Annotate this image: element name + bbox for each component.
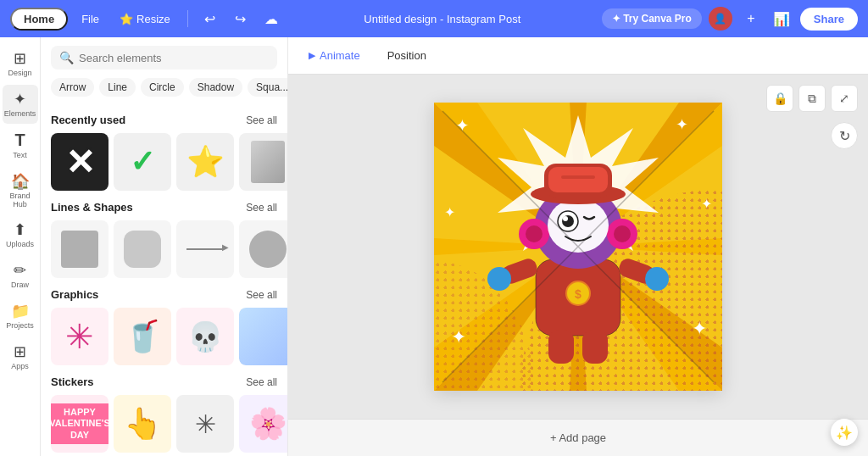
canvas-refresh-button[interactable]: ↻ <box>831 122 858 149</box>
shape-square2[interactable] <box>114 220 171 278</box>
separator <box>187 10 188 27</box>
draw-icon: ✏ <box>14 261 26 280</box>
undo-button[interactable]: ↩ <box>198 7 222 31</box>
topbar: Home File ⭐ Resize ↩ ↪ ☁ Untitled design… <box>0 0 868 37</box>
sidebar-item-design-label: Design <box>8 70 31 78</box>
tag-squa[interactable]: Squa... <box>248 78 287 97</box>
svg-point-26 <box>563 216 568 221</box>
recently-used-item-check[interactable]: ✓ <box>114 133 171 191</box>
line-shape <box>186 248 224 250</box>
tag-arrow[interactable]: Arrow <box>51 78 94 97</box>
animate-play-icon: ▶ <box>309 50 315 61</box>
graphics-header: Graphics See all <box>51 288 277 301</box>
svg-text:$: $ <box>575 287 581 301</box>
try-canva-button[interactable]: ✦ Try Canva Pro <box>602 8 702 29</box>
svg-point-33 <box>487 267 511 291</box>
recently-used-row: ✕ ✓ ⭐ › <box>51 133 277 191</box>
add-account-button[interactable]: + <box>739 7 763 31</box>
recently-used-item-x[interactable]: ✕ <box>51 133 108 191</box>
shape-square1[interactable] <box>51 220 108 278</box>
icon-sidebar: ⊞ Design ✦ Elements T Text 🏠 Brand Hub ⬆… <box>0 37 41 456</box>
sidebar-item-brand-hub-label: Brand Hub <box>6 192 35 209</box>
sidebar-item-design[interactable]: ⊞ Design <box>3 44 38 83</box>
lock-icon-btn[interactable]: 🔒 <box>766 85 793 112</box>
graphics-see-all[interactable]: See all <box>246 289 277 301</box>
star-deco-1: ✦ <box>455 115 470 136</box>
file-button[interactable]: File <box>75 9 106 29</box>
lines-shapes-title: Lines & Shapes <box>51 201 133 214</box>
position-button[interactable]: Position <box>381 46 433 65</box>
stats-button[interactable]: 📊 <box>770 7 793 31</box>
cloud-button[interactable]: ☁ <box>259 7 283 31</box>
animate-button[interactable]: ▶ Animate <box>302 46 367 65</box>
resize-icon: ⭐ <box>120 13 133 25</box>
recently-used-item-star[interactable]: ⭐ <box>176 133 234 191</box>
elements-panel: 🔍 Arrow Line Circle Shadow Squa... Recen… <box>41 37 288 456</box>
star-deco-2: ✦ <box>676 115 688 134</box>
sidebar-item-projects[interactable]: 📁 Projects <box>3 297 38 336</box>
apps-icon: ⊞ <box>14 342 26 361</box>
tag-circle[interactable]: Circle <box>141 78 184 97</box>
tag-shadow[interactable]: Shadow <box>189 78 242 97</box>
sticker-valentines[interactable]: HAPPYVALENTINE'SDAY <box>51 395 108 453</box>
sticker-flower[interactable]: 🌸 <box>239 395 287 453</box>
tag-line[interactable]: Line <box>99 78 136 97</box>
recently-used-item-bar[interactable] <box>239 133 287 191</box>
expand-icon-btn[interactable]: ⤢ <box>831 85 858 112</box>
stickers-see-all[interactable]: See all <box>246 376 277 388</box>
shape-arrow-line[interactable] <box>176 220 234 278</box>
home-tab[interactable]: Home <box>10 8 68 31</box>
skull-icon: 💀 <box>187 320 223 353</box>
recently-used-see-all[interactable]: See all <box>246 114 277 126</box>
search-input[interactable] <box>79 52 269 64</box>
share-button[interactable]: Share <box>800 8 858 31</box>
lines-shapes-see-all[interactable]: See all <box>246 202 277 214</box>
star-deco-3: ✦ <box>444 204 455 220</box>
pop-art-background: .ray { fill: #f0a800; } <box>434 103 722 391</box>
sidebar-item-brand-hub[interactable]: 🏠 Brand Hub <box>3 167 38 214</box>
partial-graphic <box>239 308 287 365</box>
magic-orb-button[interactable]: ✨ <box>831 419 858 446</box>
sidebar-item-uploads[interactable]: ⬆ Uploads <box>3 215 38 254</box>
brand-hub-icon: 🏠 <box>11 172 30 191</box>
sidebar-item-apps[interactable]: ⊞ Apps <box>3 337 38 376</box>
sunburst-icon: ✳ <box>65 317 94 356</box>
copy-icon-btn[interactable]: ⧉ <box>798 85 826 112</box>
sticker-starburst[interactable]: ✳ <box>176 395 234 453</box>
graphics-title: Graphics <box>51 288 98 301</box>
cola-can-icon: 🥤 <box>124 319 162 354</box>
canvas-area: ▶ Animate Position 🔒 ⧉ ⤢ ↻ <box>288 37 868 456</box>
avatar[interactable]: 👤 <box>709 7 732 31</box>
sidebar-item-text[interactable]: T Text <box>3 125 38 165</box>
sidebar-item-apps-label: Apps <box>11 363 29 371</box>
canvas-toolbar: ▶ Animate Position <box>288 37 868 75</box>
add-page-bar: + Add page <box>288 419 868 456</box>
projects-icon: 📁 <box>11 302 30 320</box>
document-title: Untitled design - Instagram Post <box>290 13 595 25</box>
graphic-cola-can[interactable]: 🥤 <box>114 308 171 365</box>
sidebar-item-projects-label: Projects <box>6 322 34 331</box>
graphic-skull[interactable]: 💀 <box>176 308 234 365</box>
flower-sticker: 🌸 <box>249 406 287 442</box>
search-input-wrap[interactable]: 🔍 <box>51 46 277 70</box>
redo-button[interactable]: ↪ <box>229 7 253 31</box>
graphic-partial[interactable] <box>239 308 287 365</box>
sticker-hand-point[interactable]: 👆 <box>114 395 171 453</box>
svg-rect-30 <box>561 175 595 179</box>
svg-rect-36 <box>582 330 608 364</box>
quick-tags: Arrow Line Circle Shadow Squa... <box>41 75 287 103</box>
add-page-button[interactable]: + Add page <box>550 431 606 444</box>
sidebar-item-uploads-label: Uploads <box>6 241 34 249</box>
sidebar-item-elements[interactable]: ✦ Elements <box>3 85 38 124</box>
resize-button[interactable]: ⭐ Resize <box>113 9 177 29</box>
elements-icon: ✦ <box>14 90 26 108</box>
stickers-row: HAPPYVALENTINE'SDAY 👆 ✳ 🌸 › <box>51 395 277 453</box>
square-shape <box>61 231 98 268</box>
text-icon: T <box>14 131 25 150</box>
recently-used-title: Recently used <box>51 114 125 126</box>
shape-circle-item[interactable] <box>239 220 287 278</box>
sidebar-item-draw[interactable]: ✏ Draw <box>3 256 38 295</box>
graphic-sunburst[interactable]: ✳ <box>51 308 108 365</box>
panel-scroll: Recently used See all ✕ ✓ ⭐ › <box>41 103 287 456</box>
design-canvas: .ray { fill: #f0a800; } <box>434 103 722 391</box>
